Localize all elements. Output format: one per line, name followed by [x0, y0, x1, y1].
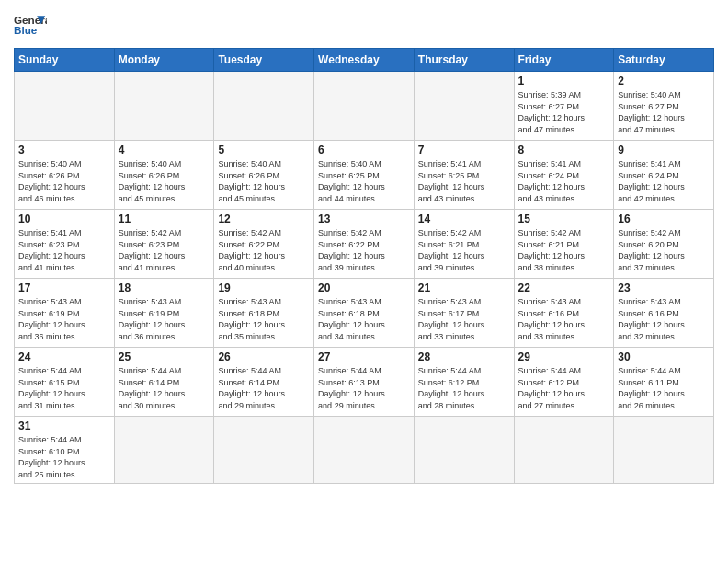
- calendar-cell: 5Sunrise: 5:40 AM Sunset: 6:26 PM Daylig…: [214, 141, 314, 210]
- day-number: 29: [518, 350, 610, 363]
- day-header-monday: Monday: [114, 49, 214, 72]
- calendar-body: 1Sunrise: 5:39 AM Sunset: 6:27 PM Daylig…: [15, 72, 714, 484]
- day-info: Sunrise: 5:44 AM Sunset: 6:11 PM Dayligh…: [618, 365, 710, 411]
- calendar-cell: [314, 72, 415, 141]
- day-number: 21: [418, 282, 510, 294]
- calendar-cell: [414, 417, 514, 484]
- day-info: Sunrise: 5:44 AM Sunset: 6:14 PM Dayligh…: [218, 365, 310, 411]
- day-number: 28: [418, 350, 510, 363]
- calendar-week-0: 1Sunrise: 5:39 AM Sunset: 6:27 PM Daylig…: [15, 72, 714, 141]
- calendar-cell: 19Sunrise: 5:43 AM Sunset: 6:18 PM Dayli…: [214, 279, 314, 348]
- day-info: Sunrise: 5:43 AM Sunset: 6:19 PM Dayligh…: [18, 296, 110, 342]
- calendar-cell: 17Sunrise: 5:43 AM Sunset: 6:19 PM Dayli…: [15, 279, 115, 348]
- day-header-saturday: Saturday: [614, 49, 714, 72]
- day-info: Sunrise: 5:42 AM Sunset: 6:21 PM Dayligh…: [418, 227, 510, 273]
- day-header-friday: Friday: [514, 49, 614, 72]
- day-number: 31: [18, 419, 110, 432]
- day-number: 6: [318, 144, 410, 156]
- calendar-header-row: SundayMondayTuesdayWednesdayThursdayFrid…: [15, 49, 714, 72]
- calendar-week-4: 24Sunrise: 5:44 AM Sunset: 6:15 PM Dayli…: [15, 348, 714, 417]
- calendar-table: SundayMondayTuesdayWednesdayThursdayFrid…: [14, 48, 714, 484]
- calendar-cell: 31Sunrise: 5:44 AM Sunset: 6:10 PM Dayli…: [15, 417, 115, 484]
- day-number: 22: [518, 282, 610, 294]
- day-info: Sunrise: 5:43 AM Sunset: 6:18 PM Dayligh…: [318, 296, 410, 342]
- calendar-cell: 20Sunrise: 5:43 AM Sunset: 6:18 PM Dayli…: [314, 279, 415, 348]
- calendar-cell: [414, 72, 514, 141]
- day-info: Sunrise: 5:43 AM Sunset: 6:17 PM Dayligh…: [418, 296, 510, 342]
- day-info: Sunrise: 5:41 AM Sunset: 6:23 PM Dayligh…: [18, 227, 110, 273]
- calendar-cell: [214, 417, 314, 484]
- calendar-cell: 28Sunrise: 5:44 AM Sunset: 6:12 PM Dayli…: [414, 348, 514, 417]
- day-info: Sunrise: 5:43 AM Sunset: 6:16 PM Dayligh…: [518, 296, 610, 342]
- calendar-week-3: 17Sunrise: 5:43 AM Sunset: 6:19 PM Dayli…: [15, 279, 714, 348]
- svg-text:Blue: Blue: [14, 24, 38, 36]
- day-info: Sunrise: 5:40 AM Sunset: 6:26 PM Dayligh…: [119, 158, 210, 204]
- calendar-cell: 9Sunrise: 5:41 AM Sunset: 6:24 PM Daylig…: [614, 141, 714, 210]
- day-info: Sunrise: 5:44 AM Sunset: 6:13 PM Dayligh…: [318, 365, 410, 411]
- day-number: 17: [18, 282, 110, 294]
- day-number: 5: [218, 144, 310, 156]
- calendar-cell: [214, 72, 314, 141]
- calendar-cell: 27Sunrise: 5:44 AM Sunset: 6:13 PM Dayli…: [314, 348, 415, 417]
- calendar-week-1: 3Sunrise: 5:40 AM Sunset: 6:26 PM Daylig…: [15, 141, 714, 210]
- day-header-sunday: Sunday: [15, 49, 115, 72]
- day-info: Sunrise: 5:42 AM Sunset: 6:22 PM Dayligh…: [318, 227, 410, 273]
- calendar-cell: 24Sunrise: 5:44 AM Sunset: 6:15 PM Dayli…: [15, 348, 115, 417]
- day-number: 13: [318, 213, 410, 225]
- day-info: Sunrise: 5:43 AM Sunset: 6:16 PM Dayligh…: [618, 296, 710, 342]
- calendar-cell: 21Sunrise: 5:43 AM Sunset: 6:17 PM Dayli…: [414, 279, 514, 348]
- day-info: Sunrise: 5:40 AM Sunset: 6:25 PM Dayligh…: [318, 158, 410, 204]
- calendar-cell: [614, 417, 714, 484]
- day-info: Sunrise: 5:42 AM Sunset: 6:20 PM Dayligh…: [618, 227, 710, 273]
- day-info: Sunrise: 5:40 AM Sunset: 6:27 PM Dayligh…: [618, 89, 710, 135]
- day-number: 9: [618, 144, 710, 156]
- calendar-cell: 11Sunrise: 5:42 AM Sunset: 6:23 PM Dayli…: [114, 210, 214, 279]
- calendar-cell: 23Sunrise: 5:43 AM Sunset: 6:16 PM Dayli…: [614, 279, 714, 348]
- day-info: Sunrise: 5:44 AM Sunset: 6:15 PM Dayligh…: [18, 365, 110, 411]
- calendar-cell: 8Sunrise: 5:41 AM Sunset: 6:24 PM Daylig…: [514, 141, 614, 210]
- day-number: 16: [618, 213, 710, 225]
- calendar-cell: [114, 417, 214, 484]
- calendar-cell: 29Sunrise: 5:44 AM Sunset: 6:12 PM Dayli…: [514, 348, 614, 417]
- day-number: 4: [119, 144, 210, 156]
- calendar-cell: 16Sunrise: 5:42 AM Sunset: 6:20 PM Dayli…: [614, 210, 714, 279]
- calendar-cell: 25Sunrise: 5:44 AM Sunset: 6:14 PM Dayli…: [114, 348, 214, 417]
- logo-icon: General Blue: [14, 9, 47, 42]
- day-number: 14: [418, 213, 510, 225]
- day-number: 1: [518, 75, 610, 87]
- day-info: Sunrise: 5:40 AM Sunset: 6:26 PM Dayligh…: [18, 158, 110, 204]
- day-header-thursday: Thursday: [414, 49, 514, 72]
- calendar-week-2: 10Sunrise: 5:41 AM Sunset: 6:23 PM Dayli…: [15, 210, 714, 279]
- day-number: 30: [618, 350, 710, 363]
- day-number: 25: [119, 350, 210, 363]
- day-number: 15: [518, 213, 610, 225]
- day-number: 8: [518, 144, 610, 156]
- calendar-cell: 26Sunrise: 5:44 AM Sunset: 6:14 PM Dayli…: [214, 348, 314, 417]
- calendar-cell: 13Sunrise: 5:42 AM Sunset: 6:22 PM Dayli…: [314, 210, 415, 279]
- day-number: 18: [119, 282, 210, 294]
- day-number: 20: [318, 282, 410, 294]
- calendar-cell: 4Sunrise: 5:40 AM Sunset: 6:26 PM Daylig…: [114, 141, 214, 210]
- calendar-cell: 22Sunrise: 5:43 AM Sunset: 6:16 PM Dayli…: [514, 279, 614, 348]
- day-number: 3: [18, 144, 110, 156]
- calendar-cell: 15Sunrise: 5:42 AM Sunset: 6:21 PM Dayli…: [514, 210, 614, 279]
- day-number: 11: [119, 213, 210, 225]
- day-number: 27: [318, 350, 410, 363]
- calendar-cell: 30Sunrise: 5:44 AM Sunset: 6:11 PM Dayli…: [614, 348, 714, 417]
- day-number: 12: [218, 213, 310, 225]
- day-info: Sunrise: 5:42 AM Sunset: 6:22 PM Dayligh…: [218, 227, 310, 273]
- calendar-cell: 6Sunrise: 5:40 AM Sunset: 6:25 PM Daylig…: [314, 141, 415, 210]
- day-number: 19: [218, 282, 310, 294]
- logo: General Blue: [14, 9, 47, 42]
- calendar-cell: 1Sunrise: 5:39 AM Sunset: 6:27 PM Daylig…: [514, 72, 614, 141]
- day-header-wednesday: Wednesday: [314, 49, 415, 72]
- day-number: 23: [618, 282, 710, 294]
- day-header-tuesday: Tuesday: [214, 49, 314, 72]
- calendar-cell: [314, 417, 415, 484]
- day-number: 26: [218, 350, 310, 363]
- calendar-cell: [114, 72, 214, 141]
- calendar-cell: 2Sunrise: 5:40 AM Sunset: 6:27 PM Daylig…: [614, 72, 714, 141]
- day-info: Sunrise: 5:42 AM Sunset: 6:21 PM Dayligh…: [518, 227, 610, 273]
- calendar-cell: [514, 417, 614, 484]
- day-info: Sunrise: 5:42 AM Sunset: 6:23 PM Dayligh…: [119, 227, 210, 273]
